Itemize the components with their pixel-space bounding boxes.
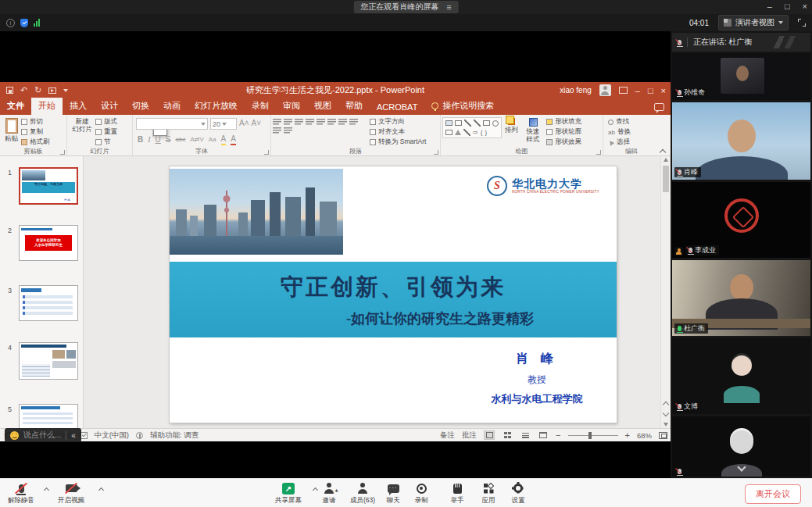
- select-button[interactable]: 选择: [608, 137, 631, 147]
- drawing-dialog-launcher[interactable]: [596, 150, 601, 155]
- scrollbar-thumb[interactable]: [663, 166, 669, 192]
- strikethrough-button[interactable]: abc: [175, 134, 185, 145]
- minimize-button[interactable]: –: [767, 1, 772, 12]
- maximize-button[interactable]: □: [785, 1, 790, 12]
- slideshow-view-button[interactable]: [538, 430, 549, 440]
- zoom-out-icon[interactable]: −: [556, 430, 560, 440]
- align-left-icon[interactable]: [327, 118, 336, 125]
- chat-placeholder[interactable]: 说点什么...: [23, 430, 61, 441]
- highlight-color-button[interactable]: A: [221, 134, 227, 145]
- decrease-indent-icon[interactable]: [295, 118, 303, 125]
- align-center-icon[interactable]: [338, 118, 347, 125]
- shape-fill-button[interactable]: 形状填充: [546, 117, 581, 127]
- replace-button[interactable]: ab替换: [608, 127, 631, 137]
- tab-view[interactable]: 视图: [307, 98, 338, 115]
- grow-font-icon[interactable]: A˄: [239, 118, 249, 130]
- mic-options-chevron[interactable]: [44, 487, 49, 492]
- justify-icon[interactable]: [273, 127, 281, 134]
- video-tile[interactable]: 肖峰: [672, 102, 810, 180]
- qat-customize-icon[interactable]: [63, 89, 68, 92]
- slide-thumbnail-1[interactable]: 守正创新、引领为来 肖 峰: [19, 167, 78, 205]
- comments-icon[interactable]: [654, 103, 664, 111]
- numbering-icon[interactable]: [284, 118, 292, 125]
- align-right-icon[interactable]: [349, 118, 358, 125]
- video-tile[interactable]: 李成业: [672, 182, 810, 258]
- fullscreen-icon[interactable]: [798, 19, 806, 27]
- underline-button[interactable]: U: [156, 134, 161, 145]
- account-avatar[interactable]: [599, 84, 611, 96]
- ppt-close-button[interactable]: ×: [661, 86, 666, 95]
- shadow-button[interactable]: S: [166, 134, 171, 145]
- italic-button[interactable]: I: [148, 134, 150, 145]
- reading-view-button[interactable]: [520, 430, 531, 440]
- notes-button[interactable]: 备注: [440, 430, 455, 441]
- tab-help[interactable]: 帮助: [338, 98, 370, 115]
- video-tile[interactable]: 文博: [672, 338, 810, 414]
- zoom-in-icon[interactable]: +: [625, 430, 630, 440]
- increase-indent-icon[interactable]: [306, 118, 314, 125]
- tab-review[interactable]: 审阅: [276, 98, 307, 115]
- next-slide-icon[interactable]: [664, 411, 669, 416]
- account-name[interactable]: xiao feng: [560, 86, 592, 95]
- tab-acrobat[interactable]: ACROBAT: [370, 100, 424, 115]
- slide-thumbnail-4[interactable]: [19, 342, 78, 380]
- video-tile[interactable]: 杜广衡: [672, 260, 810, 336]
- text-direction-button[interactable]: 文字方向: [370, 117, 426, 127]
- reset-button[interactable]: 重置: [95, 127, 117, 137]
- comments-button[interactable]: 批注: [462, 430, 477, 441]
- chat-quick-input[interactable]: 说点什么... «: [5, 428, 81, 442]
- language-label[interactable]: 中文(中国): [95, 430, 129, 441]
- unmute-button[interactable]: 解除静音: [8, 482, 34, 505]
- shape-outline-button[interactable]: 形状轮廓: [546, 127, 581, 137]
- paragraph-icons[interactable]: [273, 117, 365, 134]
- raise-hand-button[interactable]: 举手: [450, 482, 464, 505]
- font-name-select[interactable]: [136, 118, 208, 130]
- slide-sorter-view-button[interactable]: [502, 430, 513, 440]
- fit-slide-icon[interactable]: [659, 432, 667, 439]
- view-mode-button[interactable]: 演讲者视图: [718, 15, 789, 30]
- members-button[interactable]: 成员(63): [350, 482, 375, 505]
- close-button[interactable]: ×: [803, 1, 807, 12]
- video-options-chevron[interactable]: [98, 487, 104, 492]
- previous-slide-icon[interactable]: [664, 401, 669, 406]
- shape-effects-button[interactable]: 形状效果: [546, 137, 581, 147]
- section-button[interactable]: 节: [95, 137, 117, 147]
- smartart-button[interactable]: 转换为 SmartArt: [370, 137, 426, 147]
- zoom-slider[interactable]: [568, 435, 618, 436]
- tab-animations[interactable]: 动画: [156, 98, 188, 115]
- tab-insert[interactable]: 插入: [63, 98, 94, 115]
- line-spacing-icon[interactable]: [317, 118, 325, 125]
- zoom-slider-thumb[interactable]: [588, 432, 592, 439]
- paste-button[interactable]: 粘贴: [2, 117, 21, 144]
- layout-button[interactable]: 版式: [95, 117, 117, 127]
- invite-button[interactable]: + 邀请: [322, 482, 336, 505]
- cut-button[interactable]: 剪切: [21, 117, 50, 127]
- start-slideshow-icon[interactable]: [48, 87, 56, 94]
- normal-view-button[interactable]: [484, 430, 495, 440]
- slide-canvas[interactable]: S 华北电力大学 NORTH CHINA ELECTRIC POWER UNIV…: [84, 156, 660, 428]
- scroll-down-icon[interactable]: [664, 423, 668, 427]
- shrink-font-icon[interactable]: A˅: [252, 118, 262, 130]
- ribbon-display-options-icon[interactable]: [619, 87, 628, 94]
- tab-home[interactable]: 开始: [31, 98, 63, 115]
- leave-meeting-button[interactable]: 离开会议: [745, 484, 801, 504]
- record-button[interactable]: 录制: [414, 482, 428, 505]
- save-icon[interactable]: [6, 87, 13, 94]
- share-options-chevron[interactable]: [313, 487, 318, 492]
- change-case-button[interactable]: Aa: [209, 134, 216, 145]
- vertical-scrollbar[interactable]: [660, 156, 671, 428]
- align-text-button[interactable]: 对齐文本: [370, 127, 426, 137]
- tab-record[interactable]: 录制: [245, 98, 276, 115]
- accessibility-label[interactable]: 辅助功能: 调查: [150, 430, 199, 441]
- slide-thumbnail-panel[interactable]: 1 守正创新、引领为来 肖 峰 2 欢迎各位同学加 入水电学院研究生: [0, 156, 84, 428]
- shapes-gallery[interactable]: ⇨ { }: [442, 117, 502, 138]
- video-tile[interactable]: 孙维奇: [672, 53, 810, 100]
- undo-icon[interactable]: ↶: [20, 86, 27, 95]
- font-dialog-launcher[interactable]: [264, 150, 269, 155]
- columns-icon[interactable]: [284, 127, 292, 134]
- clipboard-dialog-launcher[interactable]: [60, 150, 65, 155]
- new-slide-button[interactable]: 新建 幻灯片: [69, 117, 95, 134]
- zoom-level[interactable]: 68%: [637, 431, 652, 440]
- tab-design[interactable]: 设计: [94, 98, 125, 115]
- slide-thumbnail-2[interactable]: 欢迎各位同学加 入水电学院研究生: [19, 225, 78, 261]
